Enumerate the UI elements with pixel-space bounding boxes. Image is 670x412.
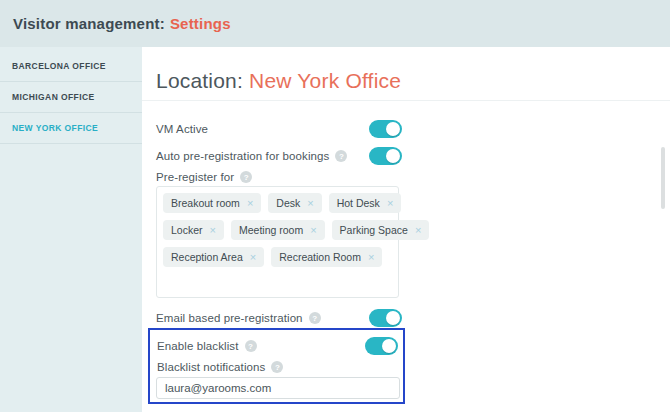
sidebar-item-new-york-office[interactable]: NEW YORK OFFICE (0, 113, 142, 144)
toggle-knob (386, 311, 400, 325)
remove-tag-icon[interactable]: × (415, 225, 421, 236)
blacklist-highlight-box: Enable blacklist ? Blacklist notificatio… (148, 328, 405, 404)
tag-desk: Desk × (268, 193, 321, 213)
remove-tag-icon[interactable]: × (247, 198, 253, 209)
pre-register-for-row: Pre-register for ? (156, 169, 402, 185)
location-title-office: New York Office (249, 69, 401, 92)
tag-row: Reception Area × Recreation Room × (163, 247, 392, 267)
sidebar-item-label: NEW YORK OFFICE (12, 123, 98, 133)
help-icon[interactable]: ? (240, 171, 252, 183)
tag-recreation-room: Recreation Room × (271, 247, 382, 267)
remove-tag-icon[interactable]: × (250, 252, 256, 263)
tag-label: Locker (171, 224, 203, 236)
help-icon[interactable]: ? (245, 340, 257, 352)
page-title: Visitor management: (13, 15, 165, 32)
tag-hot-desk: Hot Desk × (329, 193, 402, 213)
toggle-knob (382, 339, 396, 353)
sidebar-item-label: BARCELONA OFFICE (12, 61, 106, 71)
blacklist-notifications-label: Blacklist notifications (157, 361, 265, 373)
tag-label: Meeting room (239, 224, 303, 236)
enable-blacklist-row: Enable blacklist ? (157, 333, 398, 359)
location-title: Location: New York Office (156, 69, 401, 93)
location-title-prefix: Location: (156, 69, 243, 92)
remove-tag-icon[interactable]: × (210, 225, 216, 236)
toggle-knob (386, 149, 400, 163)
remove-tag-icon[interactable]: × (310, 225, 316, 236)
tag-meeting-room: Meeting room × (231, 220, 325, 240)
toggle-knob (386, 122, 400, 136)
tag-reception-area: Reception Area × (163, 247, 264, 267)
tag-label: Reception Area (171, 251, 243, 263)
auto-pre-registration-label: Auto pre-registration for bookings (156, 150, 329, 162)
vm-active-toggle[interactable] (369, 120, 402, 138)
sidebar-item-label: MICHIGAN OFFICE (12, 92, 95, 102)
tag-locker: Locker × (163, 220, 224, 240)
auto-pre-registration-row: Auto pre-registration for bookings ? (156, 142, 402, 170)
sidebar-item-barcelona-office[interactable]: BARCELONA OFFICE (0, 51, 142, 82)
help-icon[interactable]: ? (335, 150, 347, 162)
tag-breakout-room: Breakout room × (163, 193, 261, 213)
tag-label: Recreation Room (279, 251, 361, 263)
pre-register-tag-list: Breakout room × Desk × Hot Desk × Locker… (156, 186, 399, 298)
tag-row: Breakout room × Desk × Hot Desk × (163, 193, 392, 213)
office-sidebar: BARCELONA OFFICE MICHIGAN OFFICE NEW YOR… (0, 47, 142, 412)
visitor-management-settings-page: Visitor management: Settings BARCELONA O… (0, 0, 670, 412)
title-divider (142, 100, 670, 101)
vm-active-row: VM Active (156, 115, 402, 143)
sidebar-item-michigan-office[interactable]: MICHIGAN OFFICE (0, 82, 142, 113)
tag-parking-space: Parking Space × (332, 220, 430, 240)
tag-label: Parking Space (340, 224, 408, 236)
auto-pre-registration-toggle[interactable] (369, 147, 402, 165)
blacklist-notifications-row: Blacklist notifications ? (157, 361, 283, 373)
tag-row: Locker × Meeting room × Parking Space × (163, 220, 392, 240)
pre-register-for-label: Pre-register for (156, 171, 234, 183)
remove-tag-icon[interactable]: × (307, 198, 313, 209)
location-settings-panel: Location: New York Office VM Active Auto… (142, 47, 670, 412)
blacklist-notifications-input[interactable] (156, 377, 400, 399)
enable-blacklist-toggle[interactable] (365, 337, 398, 355)
email-pre-registration-label: Email based pre-registration (156, 312, 303, 324)
tag-label: Desk (276, 197, 300, 209)
remove-tag-icon[interactable]: × (368, 252, 374, 263)
page-title-section: Settings (170, 15, 231, 32)
header-bar: Visitor management: Settings (0, 0, 670, 47)
help-icon[interactable]: ? (271, 361, 283, 373)
help-icon[interactable]: ? (309, 312, 321, 324)
enable-blacklist-label: Enable blacklist (157, 340, 239, 352)
vm-active-label: VM Active (156, 123, 208, 135)
tag-label: Breakout room (171, 197, 240, 209)
tag-label: Hot Desk (337, 197, 380, 209)
remove-tag-icon[interactable]: × (387, 198, 393, 209)
scrollbar-thumb[interactable] (661, 147, 665, 209)
email-pre-registration-toggle[interactable] (369, 309, 402, 327)
